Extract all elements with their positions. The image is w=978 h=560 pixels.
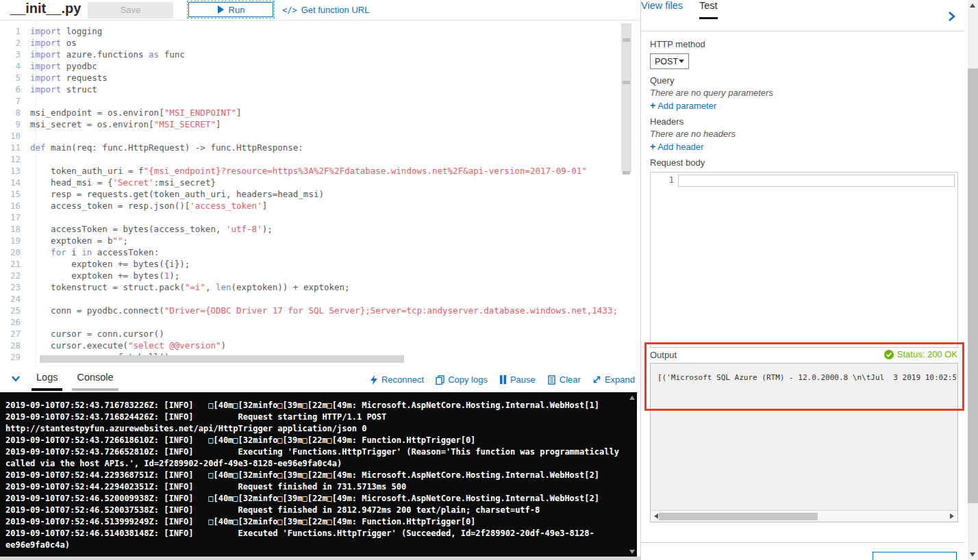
line-number: 24 xyxy=(0,293,30,305)
tab-view-files[interactable]: View files xyxy=(641,0,683,19)
console-scrollbar[interactable] xyxy=(627,392,637,557)
line-number: 20 xyxy=(0,246,30,258)
scrollbar-mark xyxy=(623,81,630,84)
dropdown-caret-icon xyxy=(679,60,684,63)
pause-icon xyxy=(499,375,507,384)
code-line: 26 xyxy=(0,316,640,328)
editor-horizontal-scrollbar[interactable] xyxy=(40,355,404,363)
expand-label: Expand xyxy=(605,374,635,385)
partial-run-button[interactable] xyxy=(873,552,957,560)
log-actions: Reconnect Copy logs Pause xyxy=(370,374,635,385)
log-tabs: Logs Console xyxy=(32,372,118,391)
clear-label: Clear xyxy=(560,374,581,385)
line-number: 28 xyxy=(0,340,30,351)
scrollbar-mark xyxy=(623,171,630,175)
output-box: [('Microsoft SQL Azure (RTM) - 12.0.2000… xyxy=(650,363,958,522)
line-number: 16 xyxy=(0,200,30,212)
add-header-label: Add header xyxy=(657,142,703,152)
scrollbar-thumb[interactable] xyxy=(659,513,818,520)
code-line: 23 tokenstruct = struct.pack("=i", len(e… xyxy=(0,281,640,293)
console-log-line: called via the host APIs.', Id=2f289902-… xyxy=(5,458,626,470)
scroll-up-arrow[interactable] xyxy=(629,396,635,400)
tab-console[interactable]: Console xyxy=(72,372,118,391)
test-panel: View files Test HTTP method POST Query T… xyxy=(640,0,968,560)
code-line: 24 xyxy=(0,293,640,305)
editor-vertical-scrollbar[interactable] xyxy=(621,22,631,362)
reconnect-button[interactable]: Reconnect xyxy=(370,374,424,385)
console-log-line: 2019-09-10T07:52:43.726618610Z: [INFO] □… xyxy=(5,435,626,446)
line-number: 22 xyxy=(0,270,30,281)
scroll-up-arrow[interactable] xyxy=(970,3,975,8)
line-number: 9 xyxy=(0,118,30,130)
line-number: 21 xyxy=(0,258,30,270)
scrollbar-thumb[interactable] xyxy=(968,68,978,503)
pause-label: Pause xyxy=(510,374,536,385)
line-number: 7 xyxy=(0,95,30,107)
plus-icon: + xyxy=(650,100,655,111)
line-number: 14 xyxy=(0,177,30,188)
code-line: 3import azure.functions as func xyxy=(0,49,640,60)
pause-button[interactable]: Pause xyxy=(499,374,536,385)
code-line: 11def main(req: func.HttpRequest) -> fun… xyxy=(0,142,640,153)
console-log-line: 2019-09-10T07:52:46.514038148Z: [INFO] E… xyxy=(5,528,626,539)
console-lines: 2019-09-10T07:52:43.716783226Z: [INFO] □… xyxy=(5,400,626,551)
code-line: 18 accessToken = bytes(access_token, 'ut… xyxy=(0,223,640,235)
code-line: 10 xyxy=(0,130,640,142)
chevron-down-icon[interactable] xyxy=(11,375,21,383)
scrollbar-mark xyxy=(623,38,630,42)
add-header-link[interactable]: +Add header xyxy=(650,141,703,152)
code-line: 6import struct xyxy=(0,84,640,95)
code-line: 14 head_msi = {'Secret':msi_secret} xyxy=(0,177,640,188)
code-line: 1import logging xyxy=(0,25,640,37)
line-number: 5 xyxy=(0,72,30,84)
line-number: 17 xyxy=(0,212,30,223)
scroll-left-arrow[interactable] xyxy=(654,513,658,519)
line-number: 2 xyxy=(0,37,30,49)
save-button[interactable]: Save xyxy=(88,2,173,18)
expand-icon xyxy=(592,375,601,384)
get-function-url-link[interactable]: </> Get function URL xyxy=(282,5,369,15)
http-method-select[interactable]: POST xyxy=(650,53,689,69)
scroll-right-arrow[interactable] xyxy=(950,513,954,519)
page-scrollbar[interactable] xyxy=(968,0,978,560)
plus-icon: + xyxy=(650,141,655,152)
line-number: 3 xyxy=(0,49,30,60)
output-horizontal-scrollbar[interactable] xyxy=(651,510,957,522)
copy-logs-button[interactable]: Copy logs xyxy=(436,374,488,385)
tab-logs[interactable]: Logs xyxy=(32,372,62,391)
output-value: [('Microsoft SQL Azure (RTM) - 12.0.2000… xyxy=(657,373,956,382)
play-icon xyxy=(217,5,224,14)
code-line: 22 exptoken += bytes(1); xyxy=(0,270,640,281)
check-circle-icon xyxy=(884,350,894,359)
console-log-line: ee96e9fa0c4a) xyxy=(5,539,626,551)
add-parameter-link[interactable]: +Add parameter xyxy=(650,100,716,111)
tab-test[interactable]: Test xyxy=(699,0,718,19)
scrollbar-thumb[interactable] xyxy=(621,23,631,173)
code-line: 21 exptoken += bytes({i}); xyxy=(0,258,640,270)
code-editor[interactable]: 1import logging2import os3import azure.f… xyxy=(0,21,640,366)
reconnect-label: Reconnect xyxy=(381,374,424,385)
console-output[interactable]: 2019-09-10T07:52:43.716783226Z: [INFO] □… xyxy=(0,392,637,557)
code-line: 27 cursor = conn.cursor() xyxy=(0,328,640,340)
code-line: 28 cursor.execute("select @@version") xyxy=(0,340,640,351)
panel-tabs: View files Test xyxy=(641,0,968,19)
request-body-input[interactable] xyxy=(678,175,955,187)
console-log-line: 2019-09-10T07:52:43.726652810Z: [INFO] E… xyxy=(5,446,626,458)
run-button[interactable]: Run xyxy=(187,1,275,18)
expand-button[interactable]: Expand xyxy=(592,374,635,385)
divider xyxy=(641,542,964,543)
line-number: 23 xyxy=(0,281,30,293)
code-line: 8msi_endpoint = os.environ["MSI_ENDPOINT… xyxy=(0,107,640,118)
request-body-label: Request body xyxy=(650,157,705,168)
clear-icon xyxy=(547,375,556,385)
request-body-editor[interactable]: 1 xyxy=(650,172,958,348)
chevron-right-icon[interactable] xyxy=(948,11,955,22)
scroll-down-arrow[interactable] xyxy=(970,552,975,557)
code-line: 4import pyodbc xyxy=(0,60,640,72)
line-number: 11 xyxy=(0,142,30,153)
line-number: 8 xyxy=(0,107,30,118)
scroll-down-arrow[interactable] xyxy=(629,550,635,554)
clear-button[interactable]: Clear xyxy=(547,374,581,385)
code-line: 9msi_secret = os.environ["MSI_SECRET"] xyxy=(0,118,640,130)
run-button-label: Run xyxy=(229,5,245,15)
